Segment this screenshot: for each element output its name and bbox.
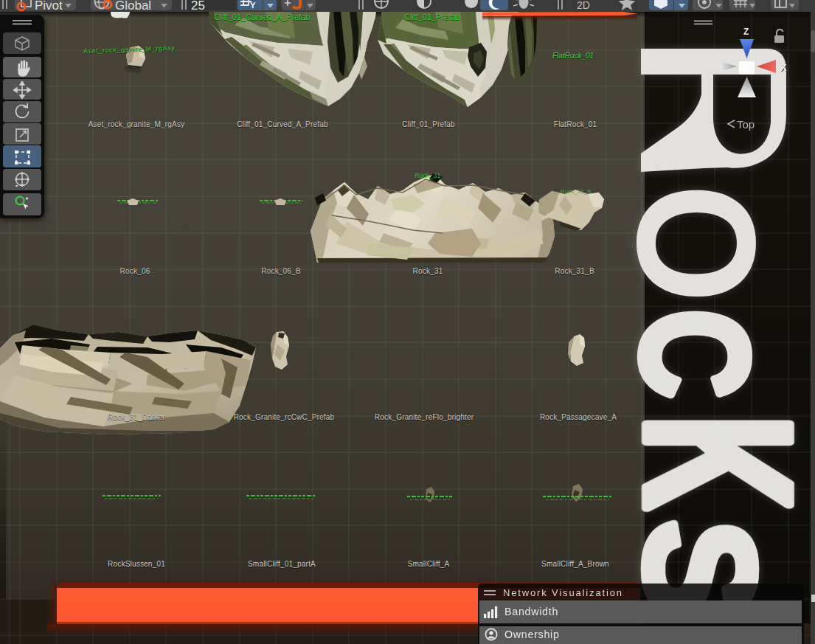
svg-text:X: X: [780, 62, 787, 73]
svg-text:Z: Z: [743, 27, 749, 37]
svg-text:Top: Top: [737, 118, 755, 131]
